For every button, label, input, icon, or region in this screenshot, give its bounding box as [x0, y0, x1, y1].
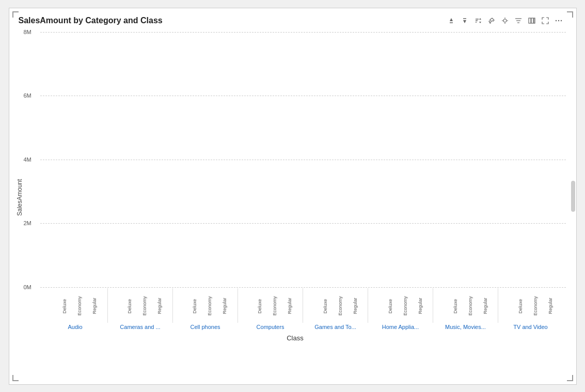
svg-point-18: [560, 20, 561, 21]
sublabel-Regular: Regular: [408, 289, 423, 323]
pin-icon[interactable]: [486, 15, 497, 26]
sublabel-Regular: Regular: [83, 289, 97, 323]
category-label-3: Computers: [238, 324, 303, 330]
sublabel-Deluxe: Deluxe: [53, 289, 67, 323]
category-label-7: TV and Video: [498, 324, 563, 330]
x-axis-title: Class: [25, 334, 566, 342]
sublabel-group-4: DeluxeEconomyRegular: [303, 288, 368, 323]
sublabel-group-3: DeluxeEconomyRegular: [238, 288, 303, 323]
sublabel-Economy: Economy: [263, 289, 277, 323]
sublabel-Economy: Economy: [198, 289, 212, 323]
sublabel-group-0: DeluxeEconomyRegular: [43, 288, 107, 323]
category-label-6: Music, Movies...: [433, 324, 498, 330]
category-label-4: Games and To...: [303, 324, 368, 330]
expand-icon[interactable]: [540, 15, 550, 26]
svg-rect-13: [529, 18, 531, 23]
sublabel-group-7: DeluxeEconomyRegular: [498, 288, 563, 323]
plot-area: 0M2M4M6M8M: [40, 32, 566, 287]
chart-inner: 0M2M4M6M8M DeluxeEconomyRegularDeluxeEco…: [25, 32, 566, 342]
svg-point-17: [558, 20, 559, 21]
filter-icon[interactable]: [513, 15, 524, 26]
toolbar: [446, 15, 564, 26]
sort-both-icon[interactable]: [473, 15, 483, 26]
sublabel-Deluxe: Deluxe: [509, 289, 523, 323]
sublabel-Economy: Economy: [68, 289, 82, 323]
y-axis-label: SalesAmount: [14, 32, 25, 342]
sublabel-Economy: Economy: [458, 289, 473, 323]
bracket-top-right: [567, 11, 573, 18]
chart-container: SalesAmount by Category and Class: [9, 8, 577, 385]
sublabel-Economy: Economy: [328, 289, 343, 323]
sublabel-Economy: Economy: [393, 289, 408, 323]
focus-icon[interactable]: [500, 15, 510, 26]
category-label-5: Home Applia...: [368, 324, 433, 330]
scrollbar[interactable]: [571, 181, 575, 212]
sublabel-group-6: DeluxeEconomyRegular: [433, 288, 498, 323]
category-label-2: Cell phones: [173, 324, 238, 330]
category-label-0: Audio: [43, 324, 108, 330]
sublabel-Deluxe: Deluxe: [183, 289, 197, 323]
sort-asc-icon[interactable]: [446, 15, 456, 26]
svg-point-5: [503, 19, 507, 22]
x-axis-area: DeluxeEconomyRegularDeluxeEconomyRegular…: [40, 287, 566, 330]
sublabel-Deluxe: Deluxe: [248, 289, 262, 323]
svg-rect-15: [534, 18, 535, 23]
sublabel-Deluxe: Deluxe: [444, 289, 458, 323]
bracket-bottom-right: [567, 375, 573, 381]
svg-point-16: [555, 20, 556, 21]
bars-container: [40, 32, 566, 287]
bracket-bottom-left: [12, 375, 19, 381]
sublabel-Regular: Regular: [343, 289, 358, 323]
sublabel-Deluxe: Deluxe: [313, 289, 328, 323]
bracket-top-left: [12, 11, 19, 18]
sublabel-Deluxe: Deluxe: [118, 289, 132, 323]
svg-rect-14: [531, 18, 533, 23]
more-icon[interactable]: [554, 15, 564, 26]
sort-desc-icon[interactable]: [460, 15, 470, 26]
columns-icon[interactable]: [527, 15, 537, 26]
sublabel-Regular: Regular: [473, 289, 488, 323]
sublabel-group-1: DeluxeEconomyRegular: [107, 288, 172, 323]
chart-area: SalesAmount 0M2M4M6M8M DeluxeEconomyRegu…: [14, 32, 566, 342]
chart-title: SalesAmount by Category and Class: [19, 16, 163, 25]
category-label-1: Cameras and ...: [108, 324, 173, 330]
chart-header: SalesAmount by Category and Class: [14, 13, 566, 28]
sublabel-Economy: Economy: [133, 289, 147, 323]
sublabel-Regular: Regular: [213, 289, 227, 323]
sublabel-group-5: DeluxeEconomyRegular: [368, 288, 433, 323]
sublabel-group-2: DeluxeEconomyRegular: [172, 288, 238, 323]
sublabel-Regular: Regular: [148, 289, 162, 323]
sublabels-row: DeluxeEconomyRegularDeluxeEconomyRegular…: [40, 288, 566, 323]
category-labels-row: AudioCameras and ...Cell phonesComputers…: [40, 324, 566, 330]
sublabel-Regular: Regular: [539, 289, 553, 323]
sublabel-Economy: Economy: [524, 289, 538, 323]
sublabel-Deluxe: Deluxe: [378, 289, 393, 323]
sublabel-Regular: Regular: [278, 289, 292, 323]
